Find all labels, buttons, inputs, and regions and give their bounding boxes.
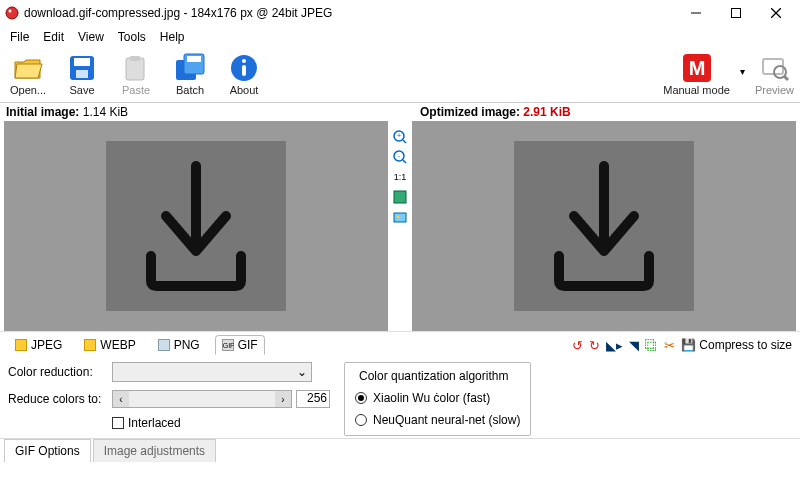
open-button[interactable]: Open... (6, 52, 50, 96)
initial-image-label: Initial image: (6, 105, 79, 119)
svg-line-27 (403, 160, 406, 163)
radio-xiaolin-label: Xiaolin Wu ċolor (fast) (373, 391, 490, 405)
slider-right-arrow[interactable]: › (275, 391, 291, 407)
magnifier-icon (758, 52, 790, 84)
preview-button[interactable]: Preview (755, 52, 794, 96)
svg-rect-29 (394, 191, 406, 203)
interlaced-checkbox[interactable]: Interlaced (112, 416, 181, 430)
save-label: Save (69, 84, 94, 96)
maximize-button[interactable] (716, 0, 756, 26)
tab-image-adjustments[interactable]: Image adjustments (93, 439, 216, 462)
close-button[interactable] (756, 0, 796, 26)
title-bar: download.gif-compressed.jpg - 184x176 px… (0, 0, 800, 26)
svg-rect-30 (394, 213, 406, 222)
gif-chip-icon: GIF (222, 339, 234, 351)
svg-rect-16 (242, 65, 246, 76)
gif-options-panel: Color reduction: ⌄ Reduce colors to: ‹ ›… (0, 356, 800, 439)
batch-label: Batch (176, 84, 204, 96)
about-button[interactable]: About (222, 52, 266, 96)
svg-point-1 (9, 10, 12, 13)
resize-icon[interactable]: ✂ (664, 338, 675, 353)
paste-button[interactable]: Paste (114, 52, 158, 96)
optimized-preview-pane[interactable] (412, 121, 796, 331)
jpeg-chip-icon (15, 339, 27, 351)
tab-png[interactable]: PNG (151, 335, 207, 355)
fit-image-icon[interactable] (392, 209, 408, 225)
compress-to-size-button[interactable]: 💾 Compress to size (681, 338, 792, 352)
preview-label: Preview (755, 84, 794, 96)
menu-edit[interactable]: Edit (37, 28, 70, 46)
paste-icon (120, 52, 152, 84)
fit-window-icon[interactable] (392, 189, 408, 205)
batch-button[interactable]: Batch (168, 52, 212, 96)
menu-file[interactable]: File (4, 28, 35, 46)
svg-rect-3 (732, 9, 741, 18)
radio-icon (355, 414, 367, 426)
tab-webp[interactable]: WEBP (77, 335, 142, 355)
crop-icon[interactable]: ⿻ (645, 338, 658, 353)
tab-gif[interactable]: GIFGIF (215, 335, 265, 355)
svg-text:-: - (398, 152, 401, 159)
color-reduction-label: Color reduction: (8, 365, 108, 379)
zoom-ratio-label[interactable]: 1:1 (392, 169, 408, 185)
optimized-image-thumb (514, 141, 694, 311)
flip-horizontal-icon[interactable]: ◣▸ (606, 338, 623, 353)
radio-xiaolin[interactable]: Xiaolin Wu ċolor (fast) (355, 391, 520, 405)
svg-rect-9 (126, 58, 144, 80)
optimized-image-size: 2.91 KiB (523, 105, 570, 119)
radio-neuquant-label: NeuQuant neural-net (slow) (373, 413, 520, 427)
color-reduction-dropdown[interactable]: ⌄ (112, 362, 312, 382)
zoom-strip: + - 1:1 (388, 121, 412, 331)
svg-point-15 (242, 59, 246, 63)
manual-mode-button[interactable]: M Manual mode (663, 52, 730, 96)
minimize-button[interactable] (676, 0, 716, 26)
initial-image-thumb (106, 141, 286, 311)
save-icon (66, 52, 98, 84)
webp-chip-icon (84, 339, 96, 351)
svg-point-0 (6, 7, 18, 19)
bottom-tabs: GIF Options Image adjustments (0, 439, 800, 462)
open-label: Open... (10, 84, 46, 96)
manual-mode-dropdown[interactable]: ▾ (740, 52, 745, 77)
radio-neuquant[interactable]: NeuQuant neural-net (slow) (355, 413, 520, 427)
tab-gif-options[interactable]: GIF Options (4, 439, 91, 462)
svg-rect-7 (74, 58, 90, 66)
undo-icon[interactable]: ↺ (572, 338, 583, 353)
manual-mode-label: Manual mode (663, 84, 730, 96)
menu-help[interactable]: Help (154, 28, 191, 46)
svg-line-21 (784, 76, 788, 80)
svg-point-31 (397, 216, 400, 219)
menu-view[interactable]: View (72, 28, 110, 46)
info-icon (228, 52, 260, 84)
reduce-colors-slider[interactable]: ‹ › (112, 390, 292, 408)
about-label: About (230, 84, 259, 96)
zoom-out-icon[interactable]: - (392, 149, 408, 165)
interlaced-label: Interlaced (128, 416, 181, 430)
menu-tools[interactable]: Tools (112, 28, 152, 46)
zoom-in-icon[interactable]: + (392, 129, 408, 145)
quantization-fieldset: Color quantization algorithm Xiaolin Wu … (344, 362, 531, 436)
quantization-legend: Color quantization algorithm (355, 369, 512, 383)
save-button[interactable]: Save (60, 52, 104, 96)
main-toolbar: Open... Save Paste Batch About M Manual … (0, 48, 800, 103)
paste-label: Paste (122, 84, 150, 96)
redo-icon[interactable]: ↻ (589, 338, 600, 353)
app-icon (4, 5, 20, 21)
batch-icon (174, 52, 206, 84)
window-title: download.gif-compressed.jpg - 184x176 px… (24, 6, 676, 20)
slider-left-arrow[interactable]: ‹ (113, 391, 129, 407)
svg-rect-13 (187, 56, 201, 62)
svg-line-24 (403, 140, 406, 143)
preview-row: + - 1:1 (0, 121, 800, 331)
checkbox-icon (112, 417, 124, 429)
reduce-colors-value[interactable]: 256 (296, 390, 330, 408)
panel-labels: Initial image: 1.14 KiB Optimized image:… (0, 103, 800, 121)
menu-bar: File Edit View Tools Help (0, 26, 800, 48)
chevron-down-icon: ⌄ (297, 365, 307, 379)
svg-rect-8 (76, 70, 88, 78)
initial-preview-pane[interactable] (4, 121, 388, 331)
flip-vertical-icon[interactable]: ◥ (629, 338, 639, 353)
svg-text:+: + (397, 132, 401, 139)
tab-jpeg[interactable]: JPEG (8, 335, 69, 355)
svg-text:M: M (688, 57, 705, 79)
